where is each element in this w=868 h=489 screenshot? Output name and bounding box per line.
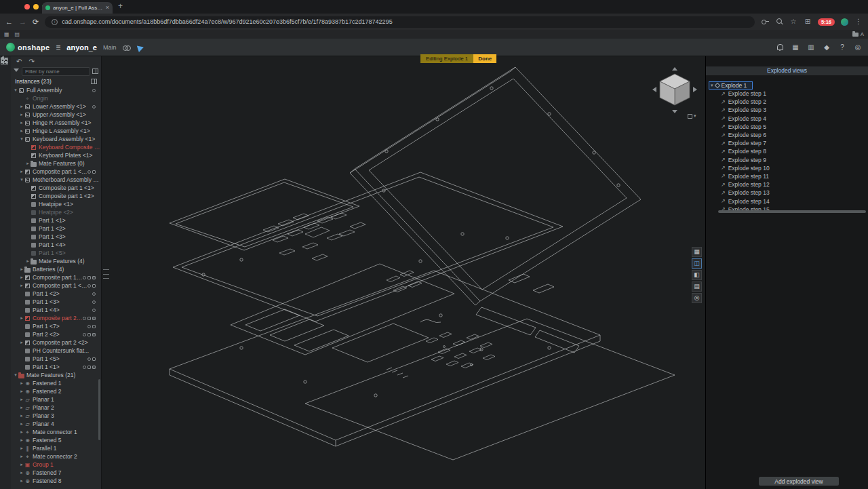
notifications-bell-icon[interactable] <box>776 43 784 52</box>
3d-viewport[interactable]: ▾ <box>102 56 705 489</box>
tree-caret-icon[interactable]: ▸ <box>19 413 24 418</box>
back-icon[interactable]: ← <box>5 18 13 26</box>
panels-layout-icon[interactable] <box>807 43 815 52</box>
tab-close-icon[interactable]: × <box>106 5 109 11</box>
tree-caret-icon[interactable]: ▸ <box>19 120 24 125</box>
tree-caret-icon[interactable]: ▸ <box>19 104 24 109</box>
tree-caret-icon[interactable]: ▸ <box>19 380 24 386</box>
tree-scrollbar[interactable] <box>98 379 100 440</box>
site-info-icon[interactable]: i <box>52 19 58 25</box>
tree-item[interactable]: Keyboard Composite Part <1> <box>11 143 101 151</box>
tree-caret-icon[interactable]: ▸ <box>19 275 24 280</box>
redo-icon[interactable]: ↷ <box>28 58 34 65</box>
tree-caret-icon[interactable]: ▸ <box>25 161 31 166</box>
tree-caret-icon[interactable]: ▸ <box>19 389 24 394</box>
tree-item[interactable]: ▸Lower Assembly <1> <box>11 102 101 111</box>
tree-item[interactable]: Part 1 <1> <box>11 363 101 371</box>
tree-item[interactable]: ▸▣Group 1 <box>11 461 101 469</box>
view-cube-menu[interactable]: ▾ <box>688 113 696 119</box>
explode-step-item[interactable]: ↗Explode step 8 <box>709 147 868 155</box>
tree-caret-icon[interactable]: ▸ <box>19 405 24 410</box>
profile-avatar[interactable] <box>841 18 848 26</box>
elements-grid-icon[interactable] <box>791 43 800 52</box>
close-window-button[interactable] <box>24 4 30 9</box>
tree-item[interactable]: ▾Motherboard Assembly <1> <box>11 176 101 184</box>
appearance-gem-icon[interactable] <box>823 43 831 52</box>
new-tab-button[interactable]: + <box>118 1 123 11</box>
tree-item[interactable]: Part 1 <5> <box>11 355 101 363</box>
tree-item[interactable]: ▾Mate Features (21) <box>11 371 101 379</box>
explode-step-item[interactable]: ↗Explode step 12 <box>709 180 868 189</box>
tree-caret-icon[interactable]: ▸ <box>19 283 24 288</box>
browser-menu-icon[interactable]: ⋮ <box>854 18 863 26</box>
share-icon[interactable] <box>136 43 147 52</box>
tree-caret-icon[interactable]: ▸ <box>19 340 24 345</box>
tree-item[interactable]: Composite part 1 <1> <box>11 184 101 192</box>
tree-item[interactable]: ▸Composite part 1 <3> <box>11 281 101 290</box>
forward-icon[interactable]: → <box>19 18 26 26</box>
tree-item[interactable]: ⌖Origin <box>11 94 101 102</box>
tree-item[interactable]: Composite part 1 <2> <box>11 192 101 200</box>
tree-item[interactable]: Heatpipe <1> <box>11 200 101 208</box>
tree-item[interactable]: ▸⊕Fastened 8 <box>11 477 101 485</box>
appearance-button[interactable] <box>692 281 702 292</box>
tree-item[interactable]: ▸▱Planar 4 <box>11 420 101 428</box>
tree-caret-icon[interactable]: ▾ <box>13 87 18 93</box>
workspace-name[interactable]: Main <box>103 44 117 51</box>
tree-item[interactable]: Part 1 <3> <box>11 233 101 241</box>
explode-step-item[interactable]: ↗Explode step 3 <box>709 106 868 114</box>
minimize-window-button[interactable] <box>33 4 39 9</box>
exploded-view-button[interactable] <box>692 258 702 269</box>
done-button[interactable]: Done <box>473 54 496 63</box>
onshape-logo[interactable]: onshape <box>6 43 50 52</box>
tree-item[interactable]: ▸Hinge R Assembly <1> <box>11 119 101 127</box>
explode-root-item[interactable]: ▾ Explode 1 <box>709 81 753 90</box>
tree-caret-icon[interactable]: ▸ <box>19 454 24 459</box>
tree-caret-icon[interactable]: ▸ <box>19 267 24 272</box>
tree-caret-icon[interactable]: ▸ <box>19 462 24 467</box>
tree-item[interactable]: ▸▱Planar 3 <box>11 412 101 420</box>
explode-step-item[interactable]: ↗Explode step 4 <box>709 115 868 123</box>
recorder-badge[interactable]: 5:16 <box>818 18 835 26</box>
tree-caret-icon[interactable]: ▸ <box>19 446 24 451</box>
explode-step-item[interactable]: ↗Explode step 7 <box>709 139 868 147</box>
undo-icon[interactable]: ↶ <box>16 58 22 65</box>
panel-resize-handle[interactable] <box>103 269 109 279</box>
tree-item[interactable]: ▸Upper Assembly <1> <box>11 111 101 119</box>
tree-item[interactable]: ▸Composite part 1 <2> <box>11 273 101 281</box>
tree-item[interactable]: ▸⌖Mate connector 2 <box>11 452 101 461</box>
extensions-icon[interactable]: ⊞ <box>804 18 812 26</box>
tree-item[interactable]: Part 1 <2> <box>11 290 101 298</box>
link-icon[interactable] <box>123 44 132 51</box>
tree-item[interactable]: ▸⌖Mate connector 1 <box>11 428 101 436</box>
all-bookmarks-folder[interactable]: A <box>852 31 864 37</box>
tree-caret-icon[interactable]: ▾ <box>19 177 24 182</box>
tree-item[interactable]: ▸Composite part 1 <1> <box>11 168 101 176</box>
apps-shortcut-icon[interactable]: ▦ <box>4 31 9 37</box>
tree-item[interactable]: PH Countersunk flat... <box>11 347 101 355</box>
explode-step-item[interactable]: ↗Explode step 2 <box>709 98 868 106</box>
tree-caret-icon[interactable]: ▸ <box>25 258 31 264</box>
tree-item[interactable]: ▸Hinge L Assembly <1> <box>11 127 101 135</box>
view-cube[interactable] <box>652 67 697 115</box>
tree-item[interactable]: ▸Mate Features (4) <box>11 257 101 265</box>
panel-view-icon[interactable] <box>91 79 97 84</box>
section-view-button[interactable] <box>692 270 702 280</box>
camera-options-button[interactable] <box>692 293 702 303</box>
tree-caret-icon[interactable]: ▸ <box>19 478 24 484</box>
password-key-icon[interactable] <box>761 18 769 26</box>
tree-caret-icon[interactable]: ▸ <box>19 421 24 427</box>
tree-caret-icon[interactable]: ▸ <box>19 315 24 321</box>
tree-item[interactable]: ▸⊕Fastened 5 <box>11 436 101 444</box>
tree-caret-icon[interactable]: ▸ <box>19 470 24 475</box>
tree-caret-icon[interactable]: ▸ <box>19 437 24 443</box>
document-menu-icon[interactable]: ≡ <box>56 43 60 52</box>
bookmark-item-icon[interactable]: ▤ <box>15 31 20 37</box>
tree-item[interactable]: ▸▱Planar 2 <box>11 404 101 412</box>
reload-icon[interactable]: ⟳ <box>33 18 39 26</box>
tree-item[interactable]: ▸∥Parallel 1 <box>11 444 101 452</box>
tree-item[interactable]: Part 1 <4> <box>11 306 101 314</box>
tree-caret-icon[interactable]: ▸ <box>19 169 24 174</box>
tree-item[interactable]: Part 1 <2> <box>11 224 101 233</box>
tree-item[interactable]: ▸⊕Fastened 2 <box>11 387 101 395</box>
